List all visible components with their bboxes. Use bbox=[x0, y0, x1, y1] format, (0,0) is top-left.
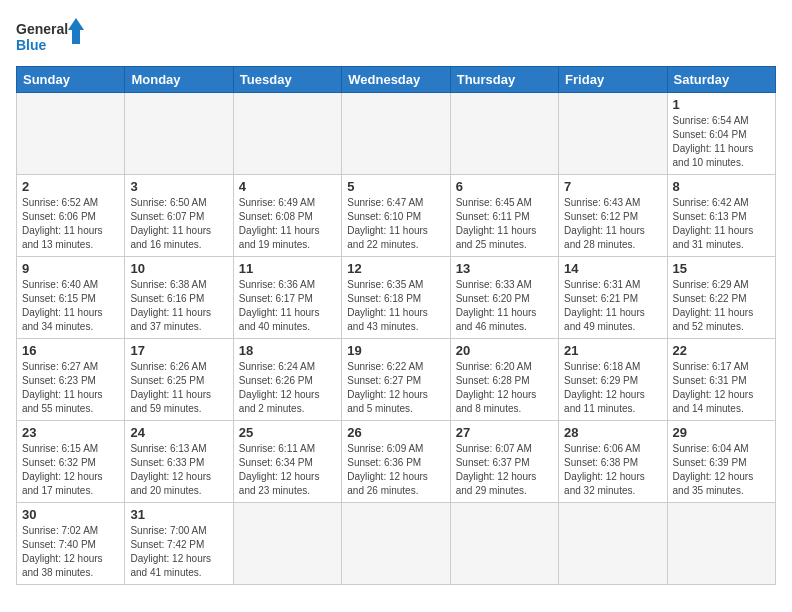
day-number: 14 bbox=[564, 261, 661, 276]
day-number: 9 bbox=[22, 261, 119, 276]
day-number: 12 bbox=[347, 261, 444, 276]
day-info: Sunrise: 6:36 AM Sunset: 6:17 PM Dayligh… bbox=[239, 278, 336, 334]
day-cell: 30Sunrise: 7:02 AM Sunset: 7:40 PM Dayli… bbox=[17, 503, 125, 585]
day-cell bbox=[233, 93, 341, 175]
day-info: Sunrise: 6:07 AM Sunset: 6:37 PM Dayligh… bbox=[456, 442, 553, 498]
day-cell: 25Sunrise: 6:11 AM Sunset: 6:34 PM Dayli… bbox=[233, 421, 341, 503]
week-row-1: 1Sunrise: 6:54 AM Sunset: 6:04 PM Daylig… bbox=[17, 93, 776, 175]
day-cell: 31Sunrise: 7:00 AM Sunset: 7:42 PM Dayli… bbox=[125, 503, 233, 585]
day-info: Sunrise: 6:40 AM Sunset: 6:15 PM Dayligh… bbox=[22, 278, 119, 334]
day-cell: 28Sunrise: 6:06 AM Sunset: 6:38 PM Dayli… bbox=[559, 421, 667, 503]
day-cell: 1Sunrise: 6:54 AM Sunset: 6:04 PM Daylig… bbox=[667, 93, 775, 175]
day-info: Sunrise: 6:24 AM Sunset: 6:26 PM Dayligh… bbox=[239, 360, 336, 416]
day-cell bbox=[450, 93, 558, 175]
day-cell bbox=[342, 93, 450, 175]
day-info: Sunrise: 6:15 AM Sunset: 6:32 PM Dayligh… bbox=[22, 442, 119, 498]
day-info: Sunrise: 6:22 AM Sunset: 6:27 PM Dayligh… bbox=[347, 360, 444, 416]
day-cell: 2Sunrise: 6:52 AM Sunset: 6:06 PM Daylig… bbox=[17, 175, 125, 257]
day-cell: 20Sunrise: 6:20 AM Sunset: 6:28 PM Dayli… bbox=[450, 339, 558, 421]
day-info: Sunrise: 6:06 AM Sunset: 6:38 PM Dayligh… bbox=[564, 442, 661, 498]
day-header-friday: Friday bbox=[559, 67, 667, 93]
day-cell: 21Sunrise: 6:18 AM Sunset: 6:29 PM Dayli… bbox=[559, 339, 667, 421]
day-cell bbox=[559, 503, 667, 585]
day-info: Sunrise: 6:52 AM Sunset: 6:06 PM Dayligh… bbox=[22, 196, 119, 252]
day-info: Sunrise: 7:00 AM Sunset: 7:42 PM Dayligh… bbox=[130, 524, 227, 580]
week-row-3: 9Sunrise: 6:40 AM Sunset: 6:15 PM Daylig… bbox=[17, 257, 776, 339]
day-info: Sunrise: 6:38 AM Sunset: 6:16 PM Dayligh… bbox=[130, 278, 227, 334]
day-info: Sunrise: 6:50 AM Sunset: 6:07 PM Dayligh… bbox=[130, 196, 227, 252]
day-cell bbox=[125, 93, 233, 175]
day-info: Sunrise: 6:49 AM Sunset: 6:08 PM Dayligh… bbox=[239, 196, 336, 252]
day-info: Sunrise: 6:42 AM Sunset: 6:13 PM Dayligh… bbox=[673, 196, 770, 252]
day-info: Sunrise: 6:27 AM Sunset: 6:23 PM Dayligh… bbox=[22, 360, 119, 416]
page-header: General Blue bbox=[16, 16, 776, 56]
day-number: 27 bbox=[456, 425, 553, 440]
day-number: 3 bbox=[130, 179, 227, 194]
day-cell: 22Sunrise: 6:17 AM Sunset: 6:31 PM Dayli… bbox=[667, 339, 775, 421]
day-header-sunday: Sunday bbox=[17, 67, 125, 93]
day-number: 29 bbox=[673, 425, 770, 440]
day-cell: 18Sunrise: 6:24 AM Sunset: 6:26 PM Dayli… bbox=[233, 339, 341, 421]
day-number: 4 bbox=[239, 179, 336, 194]
day-cell bbox=[559, 93, 667, 175]
day-cell: 8Sunrise: 6:42 AM Sunset: 6:13 PM Daylig… bbox=[667, 175, 775, 257]
day-cell: 3Sunrise: 6:50 AM Sunset: 6:07 PM Daylig… bbox=[125, 175, 233, 257]
day-cell bbox=[233, 503, 341, 585]
day-cell: 12Sunrise: 6:35 AM Sunset: 6:18 PM Dayli… bbox=[342, 257, 450, 339]
day-info: Sunrise: 6:47 AM Sunset: 6:10 PM Dayligh… bbox=[347, 196, 444, 252]
day-info: Sunrise: 6:13 AM Sunset: 6:33 PM Dayligh… bbox=[130, 442, 227, 498]
day-info: Sunrise: 6:31 AM Sunset: 6:21 PM Dayligh… bbox=[564, 278, 661, 334]
day-number: 21 bbox=[564, 343, 661, 358]
day-cell: 4Sunrise: 6:49 AM Sunset: 6:08 PM Daylig… bbox=[233, 175, 341, 257]
day-info: Sunrise: 7:02 AM Sunset: 7:40 PM Dayligh… bbox=[22, 524, 119, 580]
day-number: 20 bbox=[456, 343, 553, 358]
day-info: Sunrise: 6:09 AM Sunset: 6:36 PM Dayligh… bbox=[347, 442, 444, 498]
calendar-table: SundayMondayTuesdayWednesdayThursdayFrid… bbox=[16, 66, 776, 585]
day-header-monday: Monday bbox=[125, 67, 233, 93]
day-info: Sunrise: 6:26 AM Sunset: 6:25 PM Dayligh… bbox=[130, 360, 227, 416]
day-cell: 11Sunrise: 6:36 AM Sunset: 6:17 PM Dayli… bbox=[233, 257, 341, 339]
day-number: 15 bbox=[673, 261, 770, 276]
day-cell bbox=[450, 503, 558, 585]
day-info: Sunrise: 6:33 AM Sunset: 6:20 PM Dayligh… bbox=[456, 278, 553, 334]
day-number: 11 bbox=[239, 261, 336, 276]
day-header-wednesday: Wednesday bbox=[342, 67, 450, 93]
day-number: 30 bbox=[22, 507, 119, 522]
day-cell: 5Sunrise: 6:47 AM Sunset: 6:10 PM Daylig… bbox=[342, 175, 450, 257]
day-number: 6 bbox=[456, 179, 553, 194]
day-number: 19 bbox=[347, 343, 444, 358]
day-number: 25 bbox=[239, 425, 336, 440]
week-row-2: 2Sunrise: 6:52 AM Sunset: 6:06 PM Daylig… bbox=[17, 175, 776, 257]
day-info: Sunrise: 6:20 AM Sunset: 6:28 PM Dayligh… bbox=[456, 360, 553, 416]
day-number: 5 bbox=[347, 179, 444, 194]
svg-text:General: General bbox=[16, 21, 68, 37]
day-number: 26 bbox=[347, 425, 444, 440]
day-cell: 9Sunrise: 6:40 AM Sunset: 6:15 PM Daylig… bbox=[17, 257, 125, 339]
day-header-thursday: Thursday bbox=[450, 67, 558, 93]
day-info: Sunrise: 6:29 AM Sunset: 6:22 PM Dayligh… bbox=[673, 278, 770, 334]
day-cell: 23Sunrise: 6:15 AM Sunset: 6:32 PM Dayli… bbox=[17, 421, 125, 503]
svg-text:Blue: Blue bbox=[16, 37, 47, 53]
day-number: 23 bbox=[22, 425, 119, 440]
day-cell: 16Sunrise: 6:27 AM Sunset: 6:23 PM Dayli… bbox=[17, 339, 125, 421]
day-cell: 27Sunrise: 6:07 AM Sunset: 6:37 PM Dayli… bbox=[450, 421, 558, 503]
day-number: 1 bbox=[673, 97, 770, 112]
day-info: Sunrise: 6:54 AM Sunset: 6:04 PM Dayligh… bbox=[673, 114, 770, 170]
logo-svg: General Blue bbox=[16, 16, 86, 56]
day-number: 2 bbox=[22, 179, 119, 194]
day-cell: 7Sunrise: 6:43 AM Sunset: 6:12 PM Daylig… bbox=[559, 175, 667, 257]
day-cell bbox=[17, 93, 125, 175]
day-info: Sunrise: 6:04 AM Sunset: 6:39 PM Dayligh… bbox=[673, 442, 770, 498]
day-cell: 15Sunrise: 6:29 AM Sunset: 6:22 PM Dayli… bbox=[667, 257, 775, 339]
day-info: Sunrise: 6:18 AM Sunset: 6:29 PM Dayligh… bbox=[564, 360, 661, 416]
day-number: 7 bbox=[564, 179, 661, 194]
day-info: Sunrise: 6:17 AM Sunset: 6:31 PM Dayligh… bbox=[673, 360, 770, 416]
day-number: 22 bbox=[673, 343, 770, 358]
day-cell bbox=[667, 503, 775, 585]
day-cell: 29Sunrise: 6:04 AM Sunset: 6:39 PM Dayli… bbox=[667, 421, 775, 503]
day-number: 28 bbox=[564, 425, 661, 440]
day-cell: 26Sunrise: 6:09 AM Sunset: 6:36 PM Dayli… bbox=[342, 421, 450, 503]
day-number: 24 bbox=[130, 425, 227, 440]
day-number: 17 bbox=[130, 343, 227, 358]
logo: General Blue bbox=[16, 16, 86, 56]
